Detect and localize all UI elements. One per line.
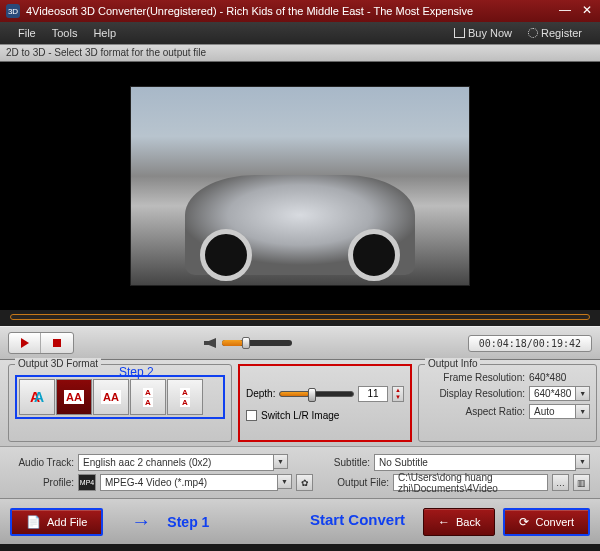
volume-slider[interactable] [222,340,292,346]
info-legend: Output Info [425,358,480,369]
depth-group: Depth: ▲▼ Switch L/R Image [238,364,412,442]
time-display: 00:04:18/00:19:42 [468,335,592,352]
app-logo-icon: 3D [6,4,20,18]
format-sidebyside-half[interactable]: AA [56,379,92,415]
menu-tools[interactable]: Tools [44,27,86,39]
format-topbottom-2[interactable]: AA [167,379,203,415]
subtitle-dropdown-icon[interactable]: ▼ [576,454,590,469]
back-label: Back [456,516,480,528]
depth-value[interactable] [358,386,388,402]
format-legend: Output 3D Format [15,358,101,369]
profile-format-icon: MP4 [78,474,96,491]
depth-spinner[interactable]: ▲▼ [392,386,404,402]
output-format-group: Output 3D Format Step 2 AA AA AA AA AA [8,364,232,442]
aspect-dropdown-icon[interactable]: ▼ [576,404,590,419]
subtitle-label: Subtitle: [292,457,370,468]
format-sidebyside-full[interactable]: AA [93,379,129,415]
output-file-label: Output File: [317,477,389,488]
register-link[interactable]: Register [520,27,590,39]
low-panel: Audio Track: English aac 2 channels (0x2… [0,446,600,498]
audio-dropdown-icon[interactable]: ▼ [274,454,288,469]
profile-settings-button[interactable]: ✿ [296,474,313,491]
close-button[interactable]: ✕ [580,4,594,18]
buy-now-link[interactable]: Buy Now [446,27,520,39]
profile-dropdown-icon[interactable]: ▼ [278,474,292,489]
profile-select[interactable]: MPEG-4 Video (*.mp4) [100,474,278,491]
start-convert-annotation: Start Convert [310,511,405,528]
add-file-icon: 📄 [26,515,41,529]
display-res-label: Display Resolution: [425,388,529,399]
subtitle-select[interactable]: No Subtitle [374,454,576,471]
step2-annotation: Step 2 [119,365,154,379]
step1-annotation: Step 1 [167,514,209,530]
output-browse-button[interactable]: … [552,474,569,491]
display-res-select[interactable]: 640*480 [529,386,576,401]
format-topbottom-1[interactable]: AA [130,379,166,415]
window-title: 4Videosoft 3D Converter(Unregistered) - … [26,5,558,17]
gear-icon [528,28,538,38]
preview-frame [130,86,470,286]
playback-controls: 00:04:18/00:19:42 [0,326,600,360]
back-arrow-icon: ← [438,515,450,529]
menu-file[interactable]: File [10,27,44,39]
convert-button[interactable]: ⟳ Convert [503,508,590,536]
aspect-select[interactable]: Auto [529,404,576,419]
depth-slider[interactable] [279,391,354,397]
video-preview [0,62,600,310]
format-buttons: AA AA AA AA AA [15,375,225,419]
frame-res-label: Frame Resolution: [425,372,529,383]
play-button[interactable] [9,333,41,353]
audio-track-select[interactable]: English aac 2 channels (0x2) [78,454,274,471]
output-file-field[interactable]: C:\Users\dong huang zhi\Documents\4Video [393,474,548,491]
step1-arrow-icon: → [131,510,151,533]
buy-now-label: Buy Now [468,27,512,39]
display-res-dropdown-icon[interactable]: ▼ [576,386,590,401]
format-anaglyph[interactable]: AA [19,379,55,415]
add-file-label: Add File [47,516,87,528]
depth-label: Depth: [246,388,275,399]
register-label: Register [541,27,582,39]
menu-help[interactable]: Help [85,27,124,39]
switch-lr-checkbox[interactable] [246,410,257,421]
bottom-bar: 📄 Add File → Step 1 Start Convert ← Back… [0,498,600,544]
seek-bar[interactable] [0,310,600,326]
minimize-button[interactable]: — [558,4,572,18]
mode-bar: 2D to 3D - Select 3D format for the outp… [0,44,600,62]
profile-label: Profile: [10,477,74,488]
convert-icon: ⟳ [519,515,529,529]
convert-label: Convert [535,516,574,528]
mid-panel: Output 3D Format Step 2 AA AA AA AA AA D… [0,360,600,446]
output-info-group: Output Info Frame Resolution:640*480 Dis… [418,364,597,442]
switch-lr-label: Switch L/R Image [261,410,339,421]
menubar: File Tools Help Buy Now Register [0,22,600,44]
back-button[interactable]: ← Back [423,508,495,536]
audio-track-label: Audio Track: [10,457,74,468]
stop-button[interactable] [41,333,73,353]
titlebar: 3D 4Videosoft 3D Converter(Unregistered)… [0,0,600,22]
aspect-label: Aspect Ratio: [425,406,529,417]
cart-icon [454,28,465,38]
frame-res-value: 640*480 [529,372,566,383]
speaker-icon[interactable] [204,338,216,348]
output-open-folder-button[interactable]: ▥ [573,474,590,491]
add-file-button[interactable]: 📄 Add File [10,508,103,536]
